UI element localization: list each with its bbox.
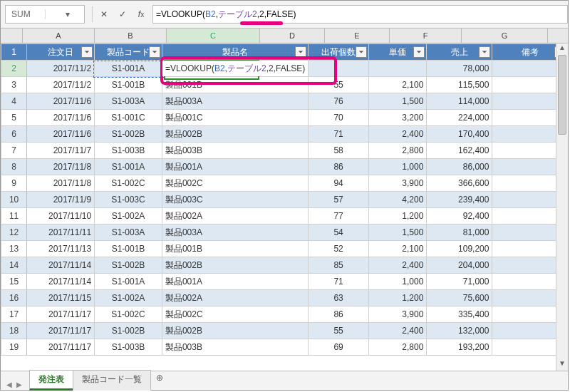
column-header-A[interactable]: A [23, 29, 95, 43]
cell-unit[interactable]: 2,400 [368, 323, 427, 339]
cell-code[interactable]: S1-002B [95, 323, 162, 339]
cell-name[interactable]: 製品003A [162, 93, 308, 110]
cell-name[interactable]: 製品001B [162, 77, 308, 93]
table-row[interactable]: 52017/11/6S1-001C製品001C703,200224,000 [1, 110, 568, 126]
row-header[interactable]: 13 [1, 241, 27, 257]
cell-code[interactable]: S1-002C [95, 306, 162, 323]
cell-sales[interactable]: 170,400 [427, 126, 492, 143]
cell-unit[interactable]: 1,000 [368, 274, 427, 290]
cell-name[interactable]: 製品002B [162, 323, 308, 339]
table-row[interactable]: 102017/11/9S1-003C製品003C574,200239,400 [1, 192, 568, 208]
cell-qty[interactable]: 63 [309, 290, 369, 306]
cell-unit[interactable]: 2,100 [368, 241, 427, 257]
row-header[interactable]: 11 [1, 208, 27, 225]
column-header-C[interactable]: C [167, 29, 260, 43]
cell-code[interactable]: S1-002B [95, 126, 162, 143]
cell-name[interactable]: 製品001B [162, 241, 308, 257]
cell-unit[interactable]: 2,100 [368, 77, 427, 93]
row-header[interactable]: 6 [1, 126, 27, 143]
cell-code[interactable]: S1-002A [95, 290, 162, 306]
cell-code[interactable]: S1-002B [95, 257, 162, 274]
cell-unit[interactable] [368, 61, 427, 77]
cell-date[interactable]: 2017/11/17 [27, 306, 95, 323]
table-row[interactable]: 82017/11/8S1-001A製品001A861,00086,000 [1, 159, 568, 175]
table-header-cell[interactable]: 製品コード [95, 44, 162, 61]
row-header[interactable]: 3 [1, 77, 27, 93]
cell-qty[interactable]: 57 [309, 192, 369, 208]
row-header[interactable]: 8 [1, 159, 27, 175]
cell-unit[interactable]: 1,500 [368, 93, 427, 110]
cell-sales[interactable]: 78,000 [427, 61, 492, 77]
cell-name[interactable]: =VLOOKUP(B2,テーブル2,2,FALSE) [162, 61, 308, 77]
cell-code[interactable]: S1-001B [95, 241, 162, 257]
sheet-tab[interactable]: 発注表 [29, 370, 73, 391]
cell-name[interactable]: 製品002B [162, 126, 308, 143]
cell-qty[interactable]: 69 [309, 339, 369, 356]
cell-name[interactable]: 製品002A [162, 290, 308, 306]
table-row[interactable]: 152017/11/14S1-001A製品001A711,00071,000 [1, 274, 568, 290]
row-header[interactable]: 12 [1, 225, 27, 241]
table-header-cell[interactable]: 注文日 [27, 44, 95, 61]
row-header[interactable]: 17 [1, 306, 27, 323]
cell-date[interactable]: 2017/11/13 [27, 241, 95, 257]
cell-code[interactable]: S1-003A [95, 225, 162, 241]
cell-sales[interactable]: 193,200 [427, 339, 492, 356]
cell-date[interactable]: 2017/11/14 [27, 257, 95, 274]
cell-date[interactable]: 2017/11/15 [27, 290, 95, 306]
row-header[interactable]: 4 [1, 93, 27, 110]
row-header[interactable]: 15 [1, 274, 27, 290]
cell-qty[interactable]: 70 [309, 110, 369, 126]
cell-unit[interactable]: 1,500 [368, 225, 427, 241]
table-row[interactable]: 22017/11/2S1-001A=VLOOKUP(B2,テーブル2,2,FAL… [1, 61, 568, 77]
cell-code[interactable]: S1-002C [95, 175, 162, 192]
cell-date[interactable]: 2017/11/6 [27, 93, 95, 110]
cell-qty[interactable]: 86 [309, 159, 369, 175]
cell-date[interactable]: 2017/11/2 [27, 77, 95, 93]
cell-qty[interactable]: 71 [309, 274, 369, 290]
cell-unit[interactable]: 2,800 [368, 339, 427, 356]
cell-date[interactable]: 2017/11/2 [27, 61, 95, 77]
cell-qty[interactable]: 86 [309, 306, 369, 323]
cell-date[interactable]: 2017/11/11 [27, 225, 95, 241]
filter-dropdown-icon[interactable] [81, 46, 93, 58]
select-all-corner[interactable] [1, 29, 23, 43]
cell-unit[interactable]: 2,400 [368, 257, 427, 274]
cell-sales[interactable]: 366,600 [427, 175, 492, 192]
row-header[interactable]: 19 [1, 339, 27, 356]
add-sheet-button[interactable]: ⊕ [150, 370, 169, 391]
cell-date[interactable]: 2017/11/8 [27, 175, 95, 192]
cell-sales[interactable]: 114,000 [427, 93, 492, 110]
cell-date[interactable]: 2017/11/7 [27, 143, 95, 159]
cell-sales[interactable]: 115,500 [427, 77, 492, 93]
table-row[interactable]: 132017/11/13S1-001B製品001B522,100109,200 [1, 241, 568, 257]
cell-name[interactable]: 製品002C [162, 175, 308, 192]
cell-code[interactable]: S1-001A [95, 61, 162, 77]
table-row[interactable]: 142017/11/14S1-002B製品002B852,400204,000 [1, 257, 568, 274]
cell-code[interactable]: S1-003B [95, 143, 162, 159]
cell-qty[interactable]: 71 [309, 126, 369, 143]
cell-name[interactable]: 製品003A [162, 225, 308, 241]
table-row[interactable]: 182017/11/17S1-002B製品002B552,400132,000 [1, 323, 568, 339]
table-row[interactable]: 62017/11/6S1-002B製品002B712,400170,400 [1, 126, 568, 143]
scroll-up-icon[interactable]: ▲ [556, 43, 568, 55]
table-row[interactable]: 72017/11/7S1-003B製品003B582,800162,400 [1, 143, 568, 159]
cancel-button[interactable]: ✕ [95, 6, 113, 23]
cell-unit[interactable]: 1,000 [368, 159, 427, 175]
cell-name[interactable]: 製品002A [162, 208, 308, 225]
row-header[interactable]: 5 [1, 110, 27, 126]
column-header-E[interactable]: E [325, 29, 390, 43]
cell-date[interactable]: 2017/11/6 [27, 110, 95, 126]
cell-unit[interactable]: 2,800 [368, 143, 427, 159]
row-header[interactable]: 10 [1, 192, 27, 208]
cell-name[interactable]: 製品001A [162, 274, 308, 290]
cell-date[interactable]: 2017/11/17 [27, 339, 95, 356]
filter-dropdown-icon[interactable] [295, 46, 306, 58]
cell-sales[interactable]: 162,400 [427, 143, 492, 159]
column-header-B[interactable]: B [95, 29, 167, 43]
cell-qty[interactable]: 54 [309, 225, 369, 241]
table-header-cell[interactable]: 出荷個数 [309, 44, 369, 61]
table-header-cell[interactable]: 製品名 [162, 44, 308, 61]
cell-unit[interactable]: 1,200 [368, 290, 427, 306]
filter-dropdown-icon[interactable] [479, 46, 490, 58]
row-header[interactable]: 9 [1, 175, 27, 192]
